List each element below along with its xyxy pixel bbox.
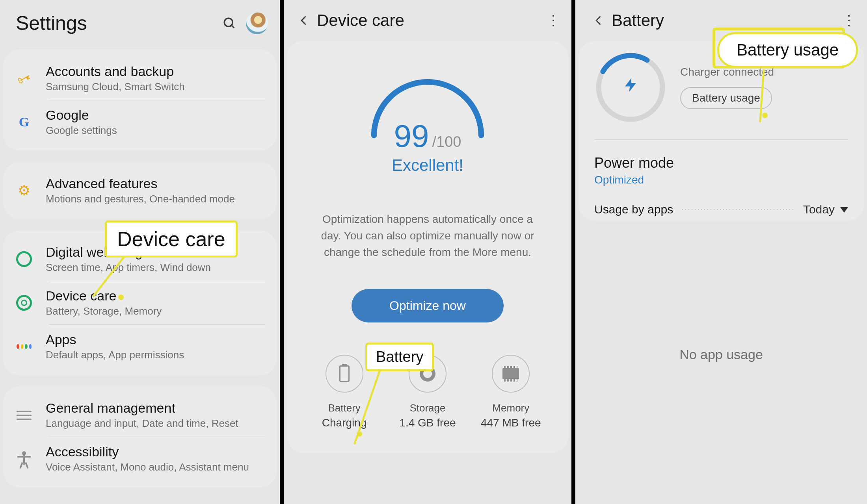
settings-title: Settings	[16, 12, 222, 35]
category-name: Memory	[492, 402, 529, 414]
device-care-title: Device care	[317, 11, 546, 30]
setting-title: Google	[46, 107, 117, 123]
accessibility-icon	[16, 450, 32, 467]
more-icon[interactable]: ⋮	[546, 12, 560, 29]
back-icon[interactable]	[295, 11, 313, 30]
setting-item-accounts[interactable]: 🗝 Accounts and backup Samsung Cloud, Sma…	[3, 57, 277, 100]
setting-title: Apps	[46, 332, 184, 347]
usage-by-apps-row: Usage by apps Today	[579, 196, 864, 221]
device-care-icon	[16, 295, 32, 311]
gear-icon: ⚙	[16, 182, 32, 199]
apps-icon	[16, 338, 32, 355]
score-label: Excellent!	[392, 156, 463, 175]
category-name: Storage	[409, 402, 445, 414]
category-memory[interactable]: Memory 447 MB free	[470, 355, 552, 429]
setting-item-google[interactable]: G Google Google settings	[3, 100, 277, 144]
setting-title: Accounts and backup	[46, 64, 185, 79]
settings-group: 🗝 Accounts and backup Samsung Cloud, Sma…	[3, 50, 277, 151]
google-icon: G	[16, 114, 32, 130]
svg-line-1	[231, 25, 234, 28]
power-mode-row[interactable]: Power mode Optimized	[579, 140, 864, 196]
caret-down-icon[interactable]	[838, 206, 848, 213]
score-gauge	[365, 72, 491, 143]
power-mode-value: Optimized	[594, 174, 848, 186]
callout-dot	[357, 431, 362, 437]
setting-item-apps[interactable]: Apps Default apps, App permissions	[3, 325, 277, 368]
setting-subtitle: Google settings	[46, 124, 117, 137]
key-icon: 🗝	[13, 67, 35, 89]
category-name: Battery	[328, 402, 360, 414]
profile-avatar[interactable]	[246, 12, 268, 34]
callout-dot	[118, 295, 124, 300]
setting-subtitle: Default apps, App permissions	[46, 349, 184, 361]
device-care-header: Device care ⋮	[284, 0, 571, 38]
category-value: 447 MB free	[481, 417, 541, 429]
setting-item-general[interactable]: General management Language and input, D…	[3, 393, 277, 437]
setting-title: Accessibility	[46, 444, 249, 460]
usage-label: Usage by apps	[594, 203, 673, 216]
setting-item-device-care[interactable]: Device care Battery, Storage, Memory	[3, 281, 277, 324]
setting-subtitle: Language and input, Date and time, Reset	[46, 417, 238, 430]
setting-item-accessibility[interactable]: Accessibility Voice Assistant, Mono audi…	[3, 437, 277, 480]
search-icon[interactable]	[222, 16, 236, 30]
usage-filter[interactable]: Today	[803, 203, 835, 216]
setting-subtitle: Screen time, App timers, Wind down	[46, 261, 211, 274]
setting-subtitle: Samsung Cloud, Smart Switch	[46, 81, 185, 93]
setting-title: Advanced features	[46, 176, 235, 191]
setting-item-advanced[interactable]: ⚙ Advanced features Motions and gestures…	[3, 169, 277, 212]
sliders-icon	[16, 407, 32, 423]
battery-ring	[594, 51, 667, 124]
device-care-panel: Device care ⋮ 99 /100 Excellent! Optimiz…	[284, 0, 575, 504]
settings-group: General management Language and input, D…	[3, 386, 277, 487]
category-value: 1.4 GB free	[399, 417, 456, 429]
no-usage-text: No app usage	[575, 347, 867, 362]
optimization-description: Optimization happens automatically once …	[313, 211, 542, 261]
setting-subtitle: Motions and gestures, One-handed mode	[46, 193, 235, 205]
battery-title: Battery	[612, 11, 842, 30]
settings-group: ⚙ Advanced features Motions and gestures…	[3, 162, 277, 219]
callout-dot	[762, 113, 768, 118]
battery-hero-texts: Charger connected Battery usage	[680, 66, 774, 109]
callout-battery: Battery	[365, 343, 434, 371]
battery-usage-pill[interactable]: Battery usage	[680, 87, 772, 109]
setting-title: General management	[46, 400, 238, 416]
settings-header: Settings	[0, 0, 280, 44]
setting-subtitle: Voice Assistant, Mono audio, Assistant m…	[46, 461, 249, 473]
device-care-body: 99 /100 Excellent! Optimization happens …	[287, 41, 568, 453]
more-icon[interactable]: ⋮	[842, 12, 856, 29]
setting-subtitle: Battery, Storage, Memory	[46, 305, 162, 317]
back-icon[interactable]	[590, 11, 608, 30]
power-mode-label: Power mode	[594, 155, 848, 171]
callout-device-care: Device care	[105, 220, 238, 258]
memory-icon	[492, 355, 530, 393]
wellbeing-icon	[16, 251, 32, 267]
optimize-button[interactable]: Optimize now	[352, 289, 504, 322]
svg-point-0	[224, 18, 233, 26]
callout-battery-usage: Battery usage	[717, 32, 858, 68]
battery-icon	[326, 355, 363, 393]
dotted-separator	[681, 209, 795, 210]
setting-title: Device care	[46, 288, 162, 304]
battery-panel: Battery ⋮ Charger connected Battery usag…	[575, 0, 867, 504]
